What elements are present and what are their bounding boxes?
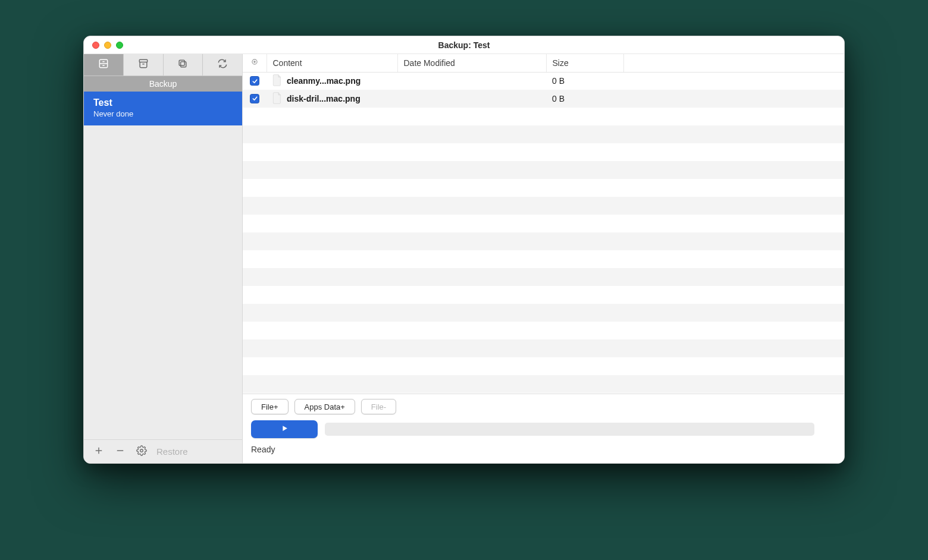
sidebar-tab-archive[interactable] <box>124 54 164 75</box>
titlebar: Backup: Test <box>84 36 844 54</box>
backup-item-name: Test <box>93 97 233 108</box>
bottom-bar: File+ Apps Data+ File- <box>243 394 844 463</box>
table-row-empty <box>243 161 844 179</box>
svg-point-11 <box>140 449 143 452</box>
gear-icon <box>136 445 147 458</box>
table-row[interactable]: disk-dril...mac.png0 B <box>243 90 844 108</box>
row-checkbox[interactable] <box>243 72 267 90</box>
target-icon <box>250 58 259 68</box>
svg-rect-4 <box>139 59 147 62</box>
window-close-button[interactable] <box>92 42 99 49</box>
table-row-empty <box>243 143 844 161</box>
copy-icon <box>177 58 189 72</box>
row-date <box>397 72 546 90</box>
table-row-empty <box>243 215 844 232</box>
window-title: Backup: Test <box>84 40 844 50</box>
progress-bar <box>325 423 814 436</box>
sidebar-tab-copy[interactable] <box>164 54 203 75</box>
sidebar: Backup Test Never done <box>84 54 242 463</box>
table-row-empty <box>243 179 844 197</box>
traffic-lights <box>84 42 123 49</box>
sidebar-tabs <box>84 54 242 76</box>
add-backup-button[interactable] <box>90 443 108 461</box>
play-icon <box>280 424 289 435</box>
column-header-spacer <box>623 54 844 72</box>
backup-list: Test Never done <box>84 92 242 439</box>
sidebar-footer: Restore <box>84 439 242 463</box>
file-table: Content Date Modified Size cleanmy...mac… <box>243 54 844 393</box>
table-row-empty <box>243 232 844 250</box>
status-text: Ready <box>251 445 275 454</box>
window-minimize-button[interactable] <box>104 42 111 49</box>
log-button[interactable] <box>822 421 836 437</box>
svg-marker-14 <box>283 426 287 431</box>
table-row-empty <box>243 304 844 322</box>
table-row-empty <box>243 357 844 375</box>
svg-rect-6 <box>181 62 186 67</box>
main-panel: Content Date Modified Size cleanmy...mac… <box>242 54 844 463</box>
table-row-empty <box>243 250 844 268</box>
table-row-empty <box>243 268 844 286</box>
settings-button[interactable] <box>133 443 151 461</box>
sync-icon <box>217 58 228 72</box>
sidebar-section-header: Backup <box>84 76 242 92</box>
column-header-date[interactable]: Date Modified <box>397 54 546 72</box>
archive-box-icon <box>137 58 149 72</box>
file-table-wrap: Content Date Modified Size cleanmy...mac… <box>243 54 844 394</box>
sidebar-tab-backup[interactable] <box>84 54 124 75</box>
table-row-empty <box>243 108 844 125</box>
file-plus-button[interactable]: File+ <box>251 399 289 414</box>
backup-item-test[interactable]: Test Never done <box>84 92 242 125</box>
file-minus-button[interactable]: File- <box>361 399 396 414</box>
table-row-empty <box>243 125 844 143</box>
restore-button[interactable]: Restore <box>156 446 188 457</box>
table-row-empty <box>243 339 844 357</box>
row-size: 0 B <box>546 90 623 108</box>
column-header-content[interactable]: Content <box>267 54 397 72</box>
backup-box-icon <box>98 58 109 72</box>
svg-rect-7 <box>180 60 185 65</box>
table-row-empty <box>243 375 844 393</box>
checkbox-checked-icon <box>250 94 259 103</box>
app-window: Backup: Test <box>83 36 845 464</box>
sidebar-tab-sync[interactable] <box>203 54 242 75</box>
table-row-empty <box>243 197 844 215</box>
row-checkbox[interactable] <box>243 90 267 108</box>
row-size: 0 B <box>546 72 623 90</box>
warnings-button[interactable] <box>822 442 836 457</box>
window-zoom-button[interactable] <box>116 42 123 49</box>
column-header-select[interactable] <box>243 54 267 72</box>
minus-icon <box>115 445 126 458</box>
column-header-size[interactable]: Size <box>546 54 623 72</box>
table-row-empty <box>243 286 844 304</box>
apps-data-plus-button[interactable]: Apps Data+ <box>294 399 355 414</box>
plus-icon <box>93 445 104 458</box>
row-filename: cleanmy...mac.png <box>267 72 397 90</box>
run-backup-button[interactable] <box>251 420 318 438</box>
document-icon <box>272 92 282 106</box>
backup-item-subtitle: Never done <box>93 109 233 118</box>
row-date <box>397 90 546 108</box>
checkbox-checked-icon <box>250 76 259 86</box>
svg-point-13 <box>254 61 255 62</box>
document-icon <box>272 74 282 88</box>
remove-backup-button[interactable] <box>111 443 129 461</box>
row-filename: disk-dril...mac.png <box>267 90 397 108</box>
table-row[interactable]: cleanmy...mac.png0 B <box>243 72 844 90</box>
table-row-empty <box>243 322 844 339</box>
